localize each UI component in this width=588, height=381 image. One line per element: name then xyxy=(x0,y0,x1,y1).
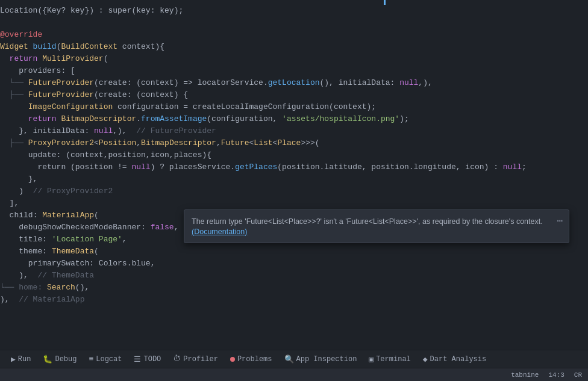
code-line: Location({Key? key}) : super(key: key); xyxy=(0,5,588,17)
code-line: @override xyxy=(0,29,588,41)
code-line: }, initialData: null,), // FutureProvide… xyxy=(0,125,588,137)
code-line: return (position != null) ? placesServic… xyxy=(0,161,588,173)
error-tooltip: The return type 'Future<List<Place>>?' i… xyxy=(184,209,569,243)
code-line: ├── ProxyProvider2<Position,BitmapDescri… xyxy=(0,137,588,149)
line-content: theme: ThemeData( xyxy=(0,246,586,258)
code-line: └── home: Search(), xyxy=(0,282,588,294)
line-content: ) // ProxyProvider2 xyxy=(0,185,586,197)
code-line: Widget build(BuildContext context){ xyxy=(0,41,588,53)
code-line: ├── FutureProvider(create: (context) { xyxy=(0,89,588,101)
line-content: update: (context,position,icon,places){ xyxy=(0,149,586,161)
dart-icon: ◆ xyxy=(423,355,428,364)
code-container: Location({Key? key}) : super(key: key); … xyxy=(0,5,588,306)
toolbar-app-inspection[interactable]: 🔍 App Inspection xyxy=(278,350,363,368)
tooltip-docs-link[interactable]: (Documentation) xyxy=(192,228,247,236)
toolbar-dart-analysis[interactable]: ◆ Dart Analysis xyxy=(417,350,492,368)
code-line: return BitmapDescriptor.fromAssetImage(c… xyxy=(0,113,588,125)
line-ending: CR xyxy=(574,371,582,379)
status-bar: tabnine 14:3 CR xyxy=(0,368,588,381)
code-line: ), // ThemeData xyxy=(0,270,588,282)
line-content xyxy=(0,17,586,29)
todo-label: TODO xyxy=(143,355,161,364)
profiler-label: Profiler xyxy=(183,355,218,364)
tooltip-message: The return type 'Future<List<Place>>?' i… xyxy=(192,216,561,228)
code-line: update: (context,position,icon,places){ xyxy=(0,149,588,161)
code-editor: Location({Key? key}) : super(key: key); … xyxy=(0,0,588,350)
line-content: ], xyxy=(0,197,586,209)
line-content: └── FutureProvider(create: (context) => … xyxy=(0,77,586,89)
line-content: return BitmapDescriptor.fromAssetImage(c… xyxy=(0,113,586,125)
code-line: ImageConfiguration configuration = creat… xyxy=(0,101,588,113)
toolbar-run[interactable]: ▶ Run xyxy=(5,350,37,368)
code-line: └── FutureProvider(create: (context) => … xyxy=(0,77,588,89)
terminal-label: Terminal xyxy=(376,355,411,364)
code-line: return MultiProvider( xyxy=(0,53,588,65)
tabnine-branding: tabnine xyxy=(511,371,539,379)
terminal-icon: ▣ xyxy=(369,355,374,364)
code-line: ) // ProxyProvider2 xyxy=(0,185,588,197)
cursor-position: 14:3 xyxy=(548,371,564,379)
code-line: providers: [ xyxy=(0,65,588,77)
scroll-indicator xyxy=(384,0,386,5)
debug-icon: 🐛 xyxy=(43,355,52,364)
code-line: theme: ThemeData( xyxy=(0,246,588,258)
toolbar-profiler[interactable]: ⏱ Profiler xyxy=(167,350,224,368)
toolbar-problems[interactable]: Problems xyxy=(224,350,278,368)
line-content: return MultiProvider( xyxy=(0,53,586,65)
line-content: }, xyxy=(0,173,586,185)
app-inspection-label: App Inspection xyxy=(296,355,357,364)
code-line: }, xyxy=(0,173,588,185)
toolbar-debug[interactable]: 🐛 Debug xyxy=(37,350,83,368)
line-content: return (position != null) ? placesServic… xyxy=(0,161,586,173)
toolbar-todo[interactable]: ☰ TODO xyxy=(128,350,167,368)
line-content: @override xyxy=(0,29,586,41)
dart-analysis-label: Dart Analysis xyxy=(430,355,487,364)
line-content: providers: [ xyxy=(0,65,586,77)
line-content: Location({Key? key}) : super(key: key); xyxy=(0,5,586,17)
code-line: ], xyxy=(0,197,588,209)
code-line xyxy=(0,17,588,29)
logcat-icon: ≡ xyxy=(89,355,93,364)
bottom-toolbar: ▶ Run 🐛 Debug ≡ Logcat ☰ TODO ⏱ Profiler… xyxy=(0,350,588,368)
run-label: Run xyxy=(18,355,31,364)
line-content: ImageConfiguration configuration = creat… xyxy=(0,101,586,113)
line-content: ├── ProxyProvider2<Position,BitmapDescri… xyxy=(0,137,586,149)
code-line: primarySwatch: Colors.blue, xyxy=(0,258,588,270)
logcat-label: Logcat xyxy=(96,355,122,364)
line-content: Widget build(BuildContext context){ xyxy=(0,41,586,53)
line-content: primarySwatch: Colors.blue, xyxy=(0,258,586,270)
todo-icon: ☰ xyxy=(134,355,141,364)
app-inspection-icon: 🔍 xyxy=(284,355,294,364)
line-content: }, initialData: null,), // FutureProvide… xyxy=(0,125,586,137)
profiler-icon: ⏱ xyxy=(173,355,181,364)
code-line: ), // MaterialApp xyxy=(0,294,588,306)
toolbar-logcat[interactable]: ≡ Logcat xyxy=(83,350,128,368)
line-content: └── home: Search(), xyxy=(0,282,586,294)
toolbar-terminal[interactable]: ▣ Terminal xyxy=(363,350,416,368)
problems-label: Problems xyxy=(237,355,272,364)
debug-label: Debug xyxy=(55,355,77,364)
line-content: ), // ThemeData xyxy=(0,270,586,282)
line-content: ├── FutureProvider(create: (context) { xyxy=(0,89,586,101)
line-content: ), // MaterialApp xyxy=(0,294,586,306)
tooltip-more-button[interactable]: ⋯ xyxy=(557,215,563,227)
run-icon: ▶ xyxy=(11,355,16,364)
problems-dot xyxy=(230,357,235,362)
status-right: tabnine 14:3 CR xyxy=(511,371,582,379)
